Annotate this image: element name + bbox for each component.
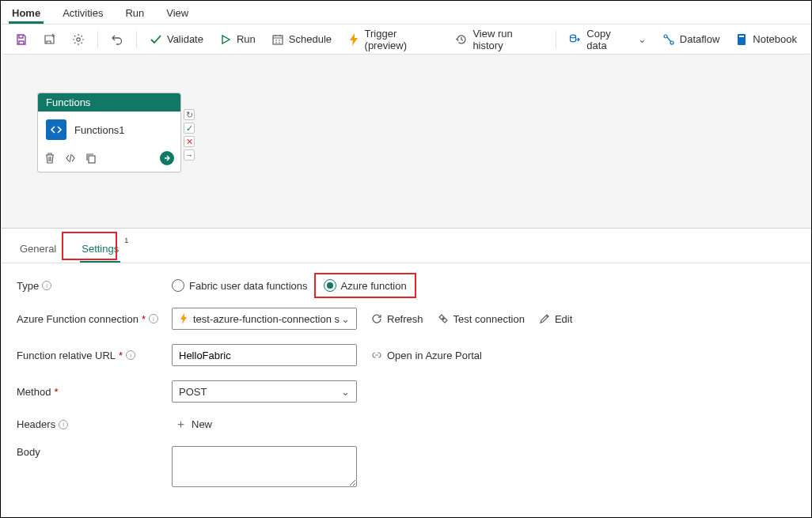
undo-button[interactable] bbox=[104, 30, 130, 49]
trigger-button[interactable]: Trigger (preview) bbox=[341, 25, 446, 55]
type-label-text: Type bbox=[17, 280, 39, 292]
settings-button[interactable] bbox=[66, 30, 91, 49]
arrow-right-icon[interactable] bbox=[160, 151, 174, 165]
headers-label: Headers i bbox=[17, 418, 172, 430]
tab-view[interactable]: View bbox=[163, 4, 192, 24]
highlight-box: Azure function bbox=[314, 273, 416, 298]
dataflow-icon bbox=[662, 33, 675, 46]
port-skip-icon[interactable]: → bbox=[184, 149, 195, 161]
headers-label-text: Headers bbox=[17, 418, 55, 430]
main-tabs: Home Activities Run View bbox=[1, 1, 811, 25]
url-label: Function relative URL * i bbox=[17, 350, 172, 361]
body-textarea[interactable] bbox=[172, 446, 357, 487]
check-icon bbox=[150, 33, 162, 46]
validate-label: Validate bbox=[167, 33, 203, 45]
required-asterisk: * bbox=[142, 313, 146, 325]
url-label-text: Function relative URL bbox=[17, 350, 116, 361]
radio-azure-function[interactable]: Azure function bbox=[324, 279, 407, 292]
info-icon[interactable]: i bbox=[149, 314, 158, 323]
notebook-icon bbox=[735, 33, 748, 46]
info-icon[interactable]: i bbox=[59, 420, 68, 429]
pipeline-canvas[interactable]: Functions Functions1 ↻ ✓ ✕ bbox=[1, 55, 811, 229]
edit-label: Edit bbox=[555, 313, 572, 325]
activity-body: Functions1 bbox=[38, 112, 180, 148]
link-icon bbox=[371, 350, 382, 361]
activity-card-functions[interactable]: Functions Functions1 ↻ ✓ ✕ bbox=[37, 93, 181, 172]
trigger-label: Trigger (preview) bbox=[365, 28, 440, 51]
open-portal-label: Open in Azure Portal bbox=[387, 350, 482, 361]
play-icon bbox=[219, 33, 232, 46]
info-icon[interactable]: i bbox=[42, 281, 51, 290]
code-view-icon[interactable] bbox=[65, 153, 76, 164]
run-label: Run bbox=[237, 33, 256, 45]
plus-icon: ＋ bbox=[175, 417, 187, 432]
svg-rect-7 bbox=[89, 156, 95, 163]
method-label-text: Method bbox=[17, 386, 51, 398]
radio-circle-icon bbox=[172, 279, 184, 292]
copy-data-icon bbox=[569, 33, 582, 46]
tab-general[interactable]: General bbox=[15, 238, 61, 263]
svg-rect-6 bbox=[739, 36, 744, 37]
function-url-input[interactable] bbox=[172, 344, 357, 366]
radio-circle-icon bbox=[324, 279, 336, 292]
radio-fabric-functions[interactable]: Fabric user data functions bbox=[172, 279, 308, 292]
chevron-down-icon: ⌄ bbox=[638, 33, 647, 45]
method-label: Method * bbox=[17, 386, 172, 398]
separator bbox=[556, 31, 556, 48]
port-success-icon[interactable]: ✓ bbox=[184, 123, 195, 134]
refresh-button[interactable]: Refresh bbox=[371, 313, 423, 325]
required-asterisk: * bbox=[54, 386, 58, 398]
connection-value: test-azure-function-connection s… bbox=[193, 313, 341, 325]
tab-home[interactable]: Home bbox=[9, 4, 44, 24]
body-label: Body bbox=[17, 446, 172, 458]
code-icon bbox=[46, 119, 66, 140]
dataflow-button[interactable]: Dataflow bbox=[656, 30, 727, 49]
tab-activities[interactable]: Activities bbox=[59, 4, 106, 24]
activity-settings-tabs: General Settings 1 bbox=[1, 229, 811, 263]
tab-settings[interactable]: Settings 1 bbox=[77, 238, 123, 263]
schedule-label: Schedule bbox=[289, 33, 332, 45]
delete-icon[interactable] bbox=[44, 153, 55, 164]
port-failure-icon[interactable]: ✕ bbox=[184, 136, 195, 147]
edit-button[interactable]: Edit bbox=[539, 313, 572, 325]
test-connection-button[interactable]: Test connection bbox=[438, 313, 525, 325]
save-button[interactable] bbox=[9, 30, 34, 49]
type-radio-group: Fabric user data functions Azure functio… bbox=[172, 278, 408, 293]
port-retry-icon[interactable]: ↻ bbox=[184, 109, 195, 120]
lightning-icon bbox=[347, 33, 360, 46]
connection-dropdown[interactable]: test-azure-function-connection s… ⌄ bbox=[172, 308, 357, 330]
svg-point-2 bbox=[571, 35, 576, 38]
save-as-button[interactable] bbox=[37, 30, 63, 49]
copy-icon[interactable] bbox=[85, 153, 97, 164]
chevron-down-icon: ⌄ bbox=[341, 386, 350, 398]
run-button[interactable]: Run bbox=[213, 30, 262, 49]
settings-form: Type i Fabric user data functions Azure … bbox=[1, 263, 811, 516]
svg-point-3 bbox=[664, 35, 667, 38]
copy-data-label: Copy data bbox=[586, 28, 631, 51]
validate-button[interactable]: Validate bbox=[143, 30, 210, 49]
view-run-history-button[interactable]: View run history bbox=[449, 25, 549, 55]
radio-azure-label: Azure function bbox=[341, 280, 407, 292]
notebook-button[interactable]: Notebook bbox=[729, 30, 803, 49]
connection-label-text: Azure Function connection bbox=[17, 313, 138, 325]
radio-fabric-label: Fabric user data functions bbox=[189, 280, 308, 292]
notebook-label: Notebook bbox=[753, 33, 797, 45]
info-icon[interactable]: i bbox=[126, 350, 135, 360]
svg-point-0 bbox=[77, 37, 80, 40]
save-icon bbox=[15, 33, 28, 46]
schedule-button[interactable]: Schedule bbox=[265, 30, 338, 49]
method-dropdown[interactable]: POST ⌄ bbox=[172, 380, 357, 403]
undo-icon bbox=[111, 33, 123, 46]
add-header-button[interactable]: ＋ New bbox=[172, 417, 212, 432]
plug-icon bbox=[438, 313, 449, 324]
separator bbox=[97, 31, 98, 48]
required-asterisk: * bbox=[119, 350, 123, 361]
test-connection-label: Test connection bbox=[453, 313, 525, 325]
new-label: New bbox=[192, 418, 212, 430]
open-portal-button[interactable]: Open in Azure Portal bbox=[371, 350, 482, 361]
tab-run[interactable]: Run bbox=[122, 4, 147, 24]
method-value: POST bbox=[179, 386, 341, 398]
activity-actions bbox=[38, 148, 180, 172]
body-label-text: Body bbox=[17, 446, 40, 458]
copy-data-button[interactable]: Copy data ⌄ bbox=[563, 25, 652, 55]
